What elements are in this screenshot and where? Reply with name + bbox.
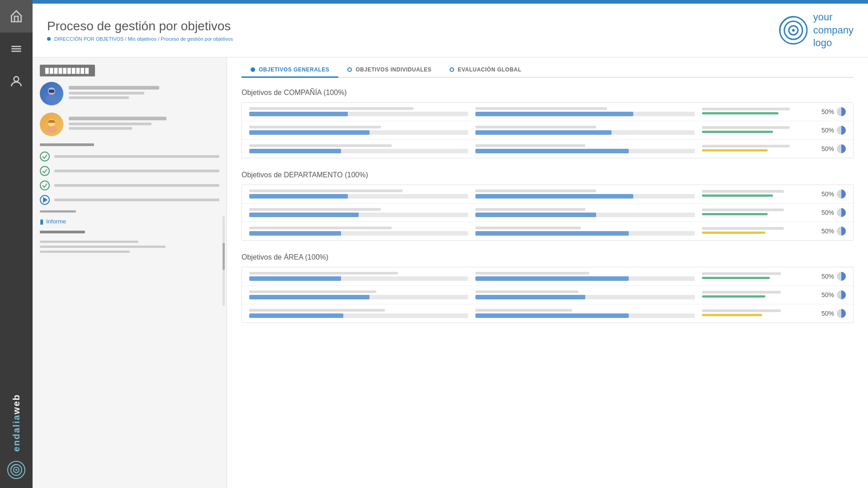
label-bar	[475, 126, 596, 128]
col-mid-3-3	[475, 309, 694, 318]
progress-bar-container	[475, 313, 694, 318]
home-icon[interactable]	[0, 0, 33, 33]
col-left-2-1	[249, 190, 468, 199]
play-icon-1	[40, 195, 50, 205]
col-mid-2-2	[475, 208, 694, 217]
sidebar: endaliaweb	[0, 0, 33, 488]
col-pct-3-1: 50%	[819, 272, 846, 281]
label-bar	[702, 145, 790, 147]
scrollbar-track	[223, 216, 225, 306]
progress-bar-fill	[249, 276, 341, 281]
table-row: 50%	[242, 121, 853, 140]
col-pct-3-3: 50%	[819, 309, 846, 318]
tab-dot-3	[450, 67, 454, 72]
person-name-bar-1	[69, 86, 159, 90]
menu-icon[interactable]	[0, 33, 33, 65]
label-bar	[702, 291, 781, 294]
user-icon[interactable]	[0, 65, 33, 98]
section-compania-table: 50%	[242, 102, 854, 158]
svg-point-12	[46, 95, 57, 102]
pct-value: 50%	[821, 190, 834, 198]
svg-point-16	[46, 126, 57, 133]
divider-bar-1	[40, 143, 94, 146]
report-row[interactable]: ▮ Informe	[40, 218, 219, 225]
col-graph-2-2	[702, 208, 811, 217]
breadcrumb: DIRECCIÓN POR OBJETIVOS / Mis objetivos …	[47, 36, 233, 42]
col-left-3-3	[249, 309, 468, 318]
label-bar	[702, 208, 784, 211]
graph-line	[702, 213, 768, 215]
report-label[interactable]: Informe	[46, 218, 66, 225]
col-left-2-2	[249, 208, 468, 217]
col-graph-1-3	[702, 145, 811, 153]
person-detail-bar-2b	[69, 127, 132, 130]
header-left: Proceso de gestión por objetivos DIRECCI…	[47, 19, 233, 42]
right-panel: OBJETIVOS GENERALES OBJETIVOS INDIVIDUAL…	[227, 57, 868, 488]
table-row: 50%	[242, 204, 853, 222]
tab-objetivos-generales[interactable]: OBJETIVOS GENERALES	[242, 63, 338, 78]
tab-label-2: OBJETIVOS INDIVIDUALES	[356, 66, 432, 73]
person-detail-bar-1a	[69, 92, 144, 95]
check-icon-1	[40, 152, 50, 161]
progress-bar-fill	[475, 295, 585, 299]
table-row: 50%	[242, 286, 853, 304]
col-left-2-3	[249, 227, 468, 236]
progress-bar-container	[249, 194, 468, 199]
section-compania: Objetivos de COMPAÑÍA (100%)	[242, 89, 854, 158]
col-pct-1-1: 50%	[819, 107, 846, 116]
col-mid-1-2	[475, 126, 694, 135]
main-area: Proceso de gestión por objetivos DIRECCI…	[33, 0, 868, 488]
col-left-1-2	[249, 126, 468, 135]
label-bar	[249, 190, 403, 192]
svg-point-6	[15, 469, 17, 471]
breadcrumb-dot	[47, 37, 51, 41]
pie-icon	[837, 208, 846, 217]
table-row: 50%	[242, 304, 853, 322]
progress-bar-fill	[475, 313, 629, 318]
report-section: ▮ Informe	[40, 210, 219, 225]
label-bar	[249, 227, 392, 229]
table-row: 50%	[242, 222, 853, 240]
check-bar-3	[54, 184, 219, 187]
col-mid-2-3	[475, 227, 694, 236]
brand-text: endaliaweb	[11, 394, 22, 452]
progress-bar-fill	[475, 276, 629, 281]
report-divider	[40, 210, 76, 213]
check-bar-1	[54, 155, 219, 158]
label-bar	[249, 126, 381, 128]
label-bar	[249, 107, 413, 110]
person-info-2	[69, 117, 219, 132]
label-bar	[475, 107, 607, 110]
company-logo-text: your company logo	[813, 11, 854, 50]
section-departamento-table: 50%	[242, 185, 854, 241]
table-row: 50%	[242, 103, 853, 121]
col-left-1-1	[249, 107, 468, 116]
label-bar	[702, 227, 784, 230]
check-bar-4	[54, 199, 219, 201]
person-info-1	[69, 86, 219, 101]
left-panel: ██████████	[33, 57, 227, 488]
table-row: 50%	[242, 140, 853, 158]
progress-bar-fill	[249, 213, 359, 217]
tab-objetivos-individuales[interactable]: OBJETIVOS INDIVIDUALES	[338, 63, 441, 78]
progress-bar-container	[249, 313, 468, 318]
graph-line-yellow	[702, 314, 762, 316]
tab-dot-1	[251, 67, 255, 72]
tab-label-1: OBJETIVOS GENERALES	[259, 66, 329, 73]
progress-bar-fill	[475, 112, 633, 116]
check-bar-2	[54, 170, 219, 172]
scrollbar-thumb	[223, 243, 225, 270]
label-bar	[475, 208, 585, 211]
progress-bar-fill	[249, 295, 370, 299]
progress-bar-container	[475, 194, 694, 199]
label-bar	[475, 272, 589, 275]
col-graph-1-2	[702, 126, 811, 134]
footer-lines	[40, 237, 219, 253]
sidebar-brand: endaliaweb	[7, 394, 25, 488]
progress-bar-fill	[249, 130, 370, 135]
brand-circle-icon	[7, 461, 25, 479]
section-departamento: Objetivos de DEPARTAMENTO (100%)	[242, 171, 854, 241]
tab-evaluacion-global[interactable]: EVALUACIÓN GLOBAL	[441, 63, 531, 78]
graph-line	[702, 194, 773, 197]
breadcrumb-text: DIRECCIÓN POR OBJETIVOS / Mis objetivos …	[54, 36, 233, 42]
